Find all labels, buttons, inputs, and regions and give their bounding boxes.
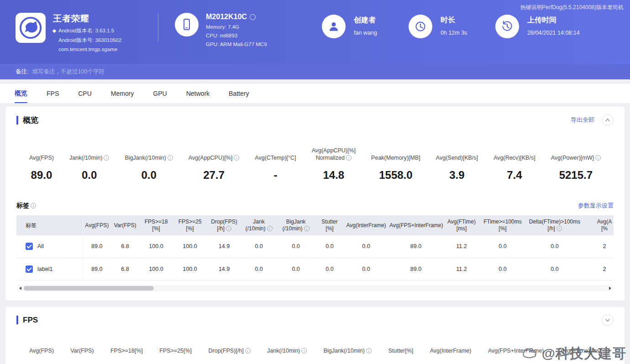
fps-title: FPS	[16, 316, 38, 324]
metric: Jank(/10min) 0.0	[69, 147, 109, 182]
column-header: FPS>=18 [%]	[139, 215, 173, 235]
arrow-right-icon	[609, 286, 611, 290]
device-cpu: CPU: mt6893	[206, 33, 267, 38]
tab-cpu[interactable]: CPU	[78, 84, 92, 103]
creator-label: 创建者	[354, 16, 377, 25]
info-icon[interactable]	[226, 226, 231, 231]
info-icon[interactable]	[304, 226, 310, 231]
history-clock-icon	[495, 15, 519, 38]
tab-overview[interactable]: 概览	[15, 84, 27, 103]
watermark: @科技犬建哥	[520, 344, 626, 363]
device-gpu: GPU: ARM Mali-G77 MC9	[206, 42, 267, 47]
tab-gpu[interactable]: GPU	[153, 84, 167, 103]
clock-icon	[409, 15, 432, 38]
metric: Var(FPS) 6.8	[70, 340, 94, 364]
column-header: 标签	[16, 215, 83, 235]
info-icon[interactable]	[346, 155, 352, 161]
column-header: Avg(A [%	[584, 215, 614, 235]
person-icon	[322, 15, 346, 38]
app-version-name: Android版本名: 3.63.1.5	[58, 27, 114, 34]
metric: Avg(Recv)[KB/s] 7.4	[493, 147, 535, 182]
app-version-code: Android版本号: 363010502	[58, 37, 121, 44]
collapse-fps-button[interactable]	[602, 314, 614, 326]
duration-value: 0h 12m 3s	[441, 30, 467, 36]
device-memory: Memory: 7.4G	[206, 24, 267, 30]
info-icon[interactable]	[366, 348, 372, 354]
column-header: Avg(FTime) [ms]	[443, 215, 480, 235]
column-header: Stutter [%]	[315, 215, 344, 235]
chevron-up-icon	[605, 117, 610, 123]
scroll-right-button[interactable]	[606, 285, 614, 291]
hand-gesture-icon	[520, 345, 538, 363]
device-block: M2012K10C Memory: 7.4G CPU: mt6893 GPU: …	[175, 13, 322, 47]
tab-network[interactable]: Network	[186, 84, 210, 103]
row-name: label1	[37, 266, 52, 272]
collapse-overview-button[interactable]	[602, 114, 614, 126]
info-icon[interactable]	[595, 155, 601, 161]
column-header: Var(FPS)	[111, 215, 139, 235]
info-icon[interactable]	[168, 155, 173, 161]
upload-time-block: 上传时间 28/04/2021 14:08:14	[495, 15, 580, 38]
info-icon[interactable]	[267, 226, 273, 231]
info-icon[interactable]	[245, 348, 251, 354]
info-icon[interactable]	[234, 155, 239, 161]
app-logo-icon	[16, 13, 46, 43]
tab-battery[interactable]: Battery	[229, 84, 249, 103]
tab-fps[interactable]: FPS	[47, 84, 59, 103]
metric: Avg(Power)[mW] 5215.7	[551, 147, 601, 182]
horizontal-scrollbar[interactable]	[16, 285, 614, 291]
tab-memory[interactable]: Memory	[111, 84, 134, 103]
metric: Drop(FPS)[/h] 14.9	[209, 340, 251, 364]
info-icon[interactable]	[31, 203, 36, 208]
column-header: FPS>=25 [%]	[173, 215, 207, 235]
table-row[interactable]: All 89.0 6.8 100.0 100.0 14.9 0.0 0.0 0.…	[16, 235, 614, 258]
info-icon[interactable]	[104, 155, 109, 161]
column-header: Drop(FPS) [/h]	[207, 215, 242, 235]
metric: FPS>=25[%] 100.0	[159, 340, 192, 364]
metric: Avg(Send)[KB/s] 3.9	[436, 147, 478, 182]
header-divider	[158, 13, 158, 42]
row-checkbox[interactable]	[26, 265, 33, 273]
note-label: 备注:	[16, 68, 28, 76]
column-header: FTime>=100ms [%]	[480, 215, 525, 235]
scrollbar-track[interactable]	[24, 285, 606, 291]
app-block: 王者荣耀 Android版本名: 3.63.1.5 Android版本号: 36…	[16, 13, 158, 52]
metric: Avg(AppCPU)[%] Normalized 14.8	[312, 147, 356, 182]
scroll-left-button[interactable]	[16, 285, 24, 291]
app-name: 王者荣耀	[53, 13, 121, 25]
watermark-text: @科技犬建哥	[542, 344, 626, 363]
upload-time-value: 28/04/2021 14:08:14	[527, 30, 580, 36]
device-info-icon[interactable]	[250, 14, 256, 20]
column-header: Avg(FPS+InterFrame)	[388, 215, 443, 235]
column-header: Avg(FPS)	[83, 215, 111, 235]
overview-metrics: Avg(FPS) 89.0 Jank(/10min) 0.0 BigJank(/…	[16, 147, 614, 182]
device-model: M2012K10C	[206, 13, 247, 21]
display-settings-link[interactable]: 参数显示设置	[578, 202, 614, 210]
column-header: Jank (/10min)	[242, 215, 276, 235]
note-input-placeholder[interactable]: 填写备注，不超过100个字符	[32, 68, 104, 76]
duration-label: 时长	[441, 16, 467, 25]
row-checkbox[interactable]	[26, 243, 33, 250]
hotkey-help-link[interactable]: 热键说明PerfDog(5.5.2104008)版本老司机	[520, 4, 624, 11]
metric: Avg(InterFrame) 0.0	[430, 340, 472, 364]
arrow-left-icon	[19, 286, 21, 290]
metric: FPS>=18[%] 100.0	[110, 340, 143, 364]
scrollbar-thumb[interactable]	[24, 286, 154, 291]
header: 热键说明PerfDog(5.5.2104008)版本老司机 王者荣耀 Andro…	[0, 0, 630, 64]
creator-block: 创建者 fan wang	[322, 15, 409, 38]
diamond-icon	[52, 29, 56, 32]
duration-block: 时长 0h 12m 3s	[409, 15, 495, 38]
app-package: com.tencent.tmgp.sgame	[58, 47, 117, 52]
table-row[interactable]: label1 89.0 6.8 100.0 100.0 14.9 0.0 0.0…	[16, 258, 614, 280]
note-bar[interactable]: 备注: 填写备注，不超过100个字符	[0, 64, 630, 79]
info-icon[interactable]	[301, 348, 307, 354]
export-all-link[interactable]: 导出全部	[571, 116, 594, 124]
chevron-down-icon	[605, 317, 610, 323]
metric: BigJank(/10min) 0.0	[324, 340, 372, 364]
metric: Peak(Memory)[MB] 1558.0	[371, 147, 420, 182]
row-name: All	[37, 243, 44, 250]
metric: Jank(/10min) 0.0	[267, 340, 307, 364]
info-icon[interactable]	[556, 226, 562, 231]
metric: Avg(CTemp)[°C] -	[255, 147, 296, 182]
metric: BigJank(/10min) 0.0	[125, 147, 173, 182]
